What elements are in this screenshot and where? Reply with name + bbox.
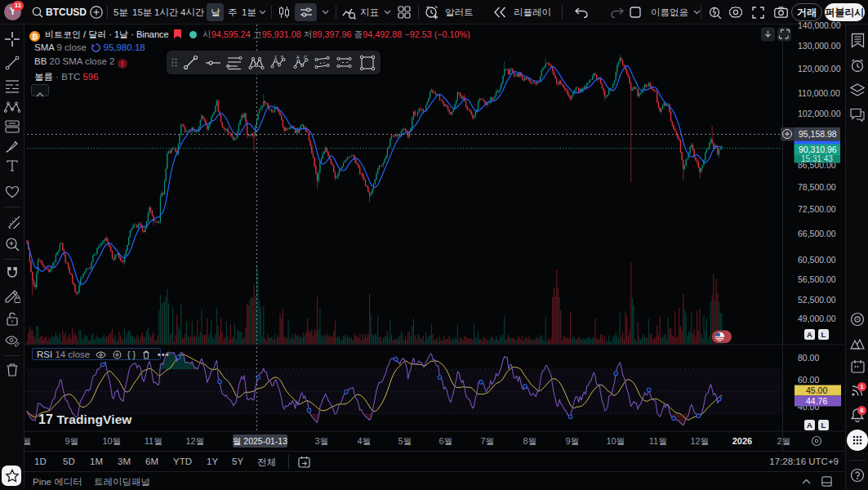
svg-text:월: 월 bbox=[24, 436, 32, 446]
svg-text:2026: 2026 bbox=[732, 436, 752, 446]
svg-text:12월: 12월 bbox=[185, 436, 204, 446]
svg-text:110,000.00: 110,000.00 bbox=[798, 88, 840, 98]
svg-text:102,000.00: 102,000.00 bbox=[798, 109, 841, 118]
svg-text:140,000.00: 140,000.00 bbox=[798, 21, 841, 30]
svg-text:80.00: 80.00 bbox=[798, 353, 819, 363]
svg-text:월 2025-01-13: 월 2025-01-13 bbox=[233, 436, 287, 446]
svg-text:L: L bbox=[821, 330, 826, 339]
svg-text:L: L bbox=[821, 421, 826, 430]
svg-text:3월: 3월 bbox=[314, 436, 328, 446]
svg-text:95,158.98: 95,158.98 bbox=[799, 129, 837, 139]
svg-text:130,000.00: 130,000.00 bbox=[798, 41, 841, 51]
svg-text:8월: 8월 bbox=[523, 436, 536, 446]
svg-text:7월: 7월 bbox=[480, 436, 494, 446]
svg-text:45.00: 45.00 bbox=[806, 385, 827, 395]
svg-text:A: A bbox=[807, 330, 812, 339]
svg-text:72,500.00: 72,500.00 bbox=[798, 204, 836, 214]
svg-text:4월: 4월 bbox=[357, 436, 371, 446]
svg-text:A: A bbox=[807, 421, 812, 430]
svg-text:15:31:43: 15:31:43 bbox=[801, 154, 833, 163]
svg-text:A: A bbox=[296, 55, 300, 60]
svg-text:9월: 9월 bbox=[565, 436, 579, 446]
svg-text:66,500.00: 66,500.00 bbox=[798, 229, 836, 238]
svg-text:1: 1 bbox=[274, 55, 277, 60]
svg-text:11월: 11월 bbox=[145, 436, 162, 446]
svg-text:78,500.00: 78,500.00 bbox=[798, 182, 836, 192]
svg-text:6월: 6월 bbox=[438, 436, 452, 446]
svg-text:5월: 5월 bbox=[398, 436, 412, 446]
svg-text:2월: 2월 bbox=[777, 436, 790, 446]
svg-text:52,500.00: 52,500.00 bbox=[798, 295, 836, 305]
svg-text:10월: 10월 bbox=[102, 436, 121, 446]
svg-text:90,310.96: 90,310.96 bbox=[799, 145, 837, 154]
svg-text:11월: 11월 bbox=[649, 436, 667, 446]
svg-text:60,500.00: 60,500.00 bbox=[798, 255, 836, 265]
svg-text:49,000.00: 49,000.00 bbox=[798, 314, 836, 323]
svg-text:9월: 9월 bbox=[65, 436, 78, 446]
svg-text:120,000.00: 120,000.00 bbox=[798, 64, 841, 74]
svg-text:56,500.00: 56,500.00 bbox=[798, 274, 836, 284]
svg-text:60.00: 60.00 bbox=[798, 375, 819, 385]
svg-text:44.76: 44.76 bbox=[806, 396, 827, 406]
svg-text:10월: 10월 bbox=[606, 436, 625, 446]
svg-text:12월: 12월 bbox=[690, 436, 709, 446]
